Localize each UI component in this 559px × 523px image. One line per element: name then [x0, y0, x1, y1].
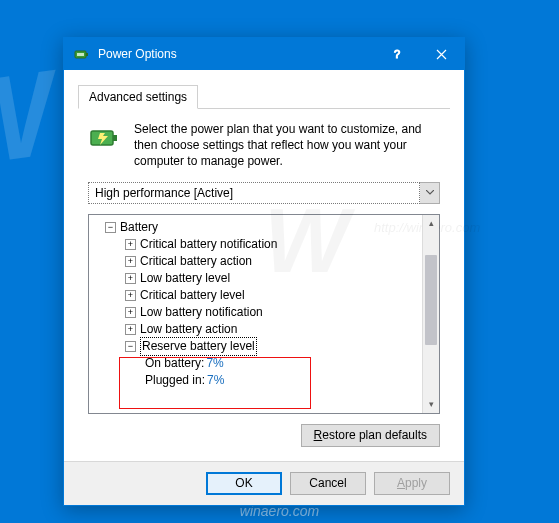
- settings-tree: − Battery + Critical battery notificatio…: [88, 214, 440, 414]
- expand-icon[interactable]: +: [125, 239, 136, 250]
- tree-label-selected: Reserve battery level: [140, 337, 257, 356]
- tree-item-critical-notification[interactable]: + Critical battery notification: [91, 236, 420, 253]
- cancel-button[interactable]: Cancel: [290, 472, 366, 495]
- window-title: Power Options: [98, 47, 374, 61]
- scroll-down-icon[interactable]: ▾: [423, 396, 439, 413]
- restore-defaults-button[interactable]: Restore plan defaults: [301, 424, 440, 447]
- scroll-thumb[interactable]: [425, 255, 437, 345]
- vertical-scrollbar[interactable]: ▴ ▾: [422, 215, 439, 413]
- dialog-footer: OK Cancel Apply: [64, 461, 464, 505]
- tree-item-low-level[interactable]: + Low battery level: [91, 270, 420, 287]
- power-plan-dropdown[interactable]: High performance [Active]: [88, 182, 440, 204]
- svg-rect-5: [113, 135, 117, 141]
- tree-content[interactable]: − Battery + Critical battery notificatio…: [89, 215, 422, 413]
- collapse-icon[interactable]: −: [105, 222, 116, 233]
- description-row: Select the power plan that you want to c…: [78, 121, 450, 182]
- chevron-down-icon[interactable]: [420, 182, 440, 204]
- tree-item-reserve-level[interactable]: − Reserve battery level: [91, 338, 420, 355]
- tree-label: Critical battery notification: [140, 236, 277, 253]
- expand-icon[interactable]: +: [125, 273, 136, 284]
- setting-label: On battery:: [145, 355, 204, 372]
- tree-item-critical-level[interactable]: + Critical battery level: [91, 287, 420, 304]
- tab-strip: Advanced settings: [78, 84, 450, 109]
- ok-button[interactable]: OK: [206, 472, 282, 495]
- tree-label: Critical battery action: [140, 253, 252, 270]
- collapse-icon[interactable]: −: [125, 341, 136, 352]
- tree-label: Low battery notification: [140, 304, 263, 321]
- background-watermark-w: W: [0, 43, 62, 195]
- tree-value-plugged-in[interactable]: Plugged in: 7%: [91, 372, 420, 389]
- titlebar[interactable]: Power Options ?: [64, 38, 464, 70]
- setting-value: 7%: [206, 355, 223, 372]
- close-button[interactable]: [419, 38, 464, 70]
- setting-label: Plugged in:: [145, 372, 205, 389]
- description-text: Select the power plan that you want to c…: [134, 121, 440, 170]
- tree-item-critical-action[interactable]: + Critical battery action: [91, 253, 420, 270]
- power-plan-selected: High performance [Active]: [88, 182, 420, 204]
- tree-item-battery[interactable]: − Battery: [91, 219, 420, 236]
- setting-value: 7%: [207, 372, 224, 389]
- help-button[interactable]: ?: [374, 38, 419, 70]
- svg-text:?: ?: [394, 48, 400, 60]
- scroll-up-icon[interactable]: ▴: [423, 215, 439, 232]
- svg-rect-2: [77, 53, 84, 56]
- tree-value-on-battery[interactable]: On battery: 7%: [91, 355, 420, 372]
- svg-rect-1: [86, 53, 88, 56]
- tree-item-low-action[interactable]: + Low battery action: [91, 321, 420, 338]
- tree-item-low-notification[interactable]: + Low battery notification: [91, 304, 420, 321]
- tree-label: Battery: [120, 219, 158, 236]
- tab-advanced-settings[interactable]: Advanced settings: [78, 85, 198, 109]
- expand-icon[interactable]: +: [125, 256, 136, 267]
- restore-row: Restore plan defaults: [78, 414, 450, 447]
- tree-label: Critical battery level: [140, 287, 245, 304]
- tree-label: Low battery level: [140, 270, 230, 287]
- battery-icon: [74, 46, 90, 62]
- expand-icon[interactable]: +: [125, 290, 136, 301]
- tree-label: Low battery action: [140, 321, 237, 338]
- power-plan-icon: [88, 121, 122, 170]
- dialog-body: W http://winaero.com Advanced settings S…: [64, 70, 464, 461]
- expand-icon[interactable]: +: [125, 324, 136, 335]
- apply-button[interactable]: Apply: [374, 472, 450, 495]
- power-options-dialog: Power Options ? W http://winaero.com Adv…: [63, 37, 465, 506]
- expand-icon[interactable]: +: [125, 307, 136, 318]
- power-plan-selector-row: High performance [Active]: [78, 182, 450, 214]
